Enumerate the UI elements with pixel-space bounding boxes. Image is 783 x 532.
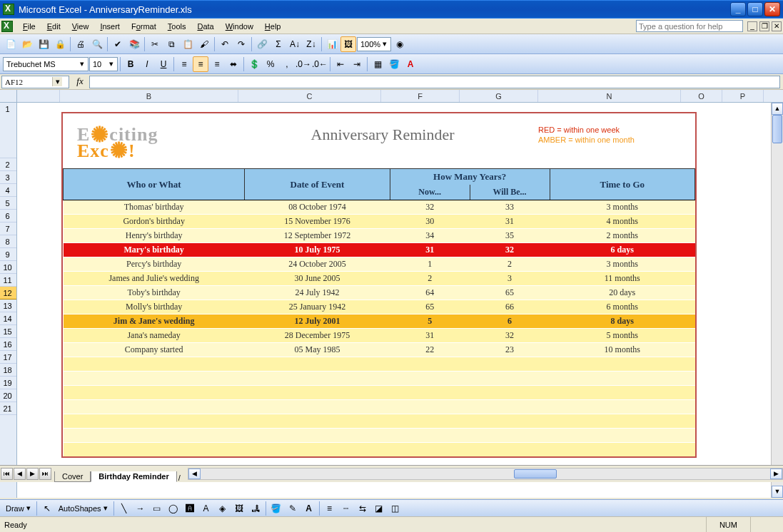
cell[interactable]: 31 (470, 215, 550, 229)
sheet-tab[interactable]: Cover (54, 471, 91, 482)
permission-icon[interactable]: 🔒 (52, 36, 68, 52)
horizontal-scrollbar[interactable]: ◀ ▶ (188, 468, 783, 480)
sort-asc-icon[interactable]: A↓ (287, 36, 303, 52)
col-header[interactable]: P (722, 90, 764, 102)
row-header[interactable]: 17 (0, 351, 16, 364)
oval-icon[interactable]: ◯ (166, 501, 181, 516)
bold-icon[interactable]: B (123, 56, 138, 72)
redo-icon[interactable]: ↷ (233, 36, 249, 52)
menu-view[interactable]: View (66, 21, 95, 32)
tab-first-icon[interactable]: ⏮ (1, 468, 13, 480)
cell[interactable]: 65 (470, 286, 550, 300)
table-row[interactable]: Company started05 May 1985222310 months (64, 343, 695, 357)
align-center-icon[interactable]: ≡ (193, 56, 208, 72)
row-header[interactable]: 12 (0, 287, 16, 300)
cell[interactable]: 15 November 1976 (245, 215, 390, 229)
font-color2-icon[interactable]: A (301, 501, 317, 516)
row-header[interactable]: 18 (0, 364, 16, 377)
scroll-thumb[interactable] (772, 115, 782, 143)
align-left-icon[interactable]: ≡ (176, 56, 192, 72)
cell[interactable]: Henry's birthday (64, 229, 245, 243)
cell[interactable]: 32 (390, 200, 470, 215)
cell[interactable]: 30 June 2005 (245, 272, 390, 286)
th-howmany[interactable]: How Many Years? (390, 169, 550, 185)
row-header[interactable]: 7 (0, 222, 16, 235)
merge-center-icon[interactable]: ⬌ (226, 56, 241, 72)
cell[interactable]: 8 days (550, 314, 694, 329)
cell[interactable] (64, 357, 695, 372)
row-header[interactable]: 15 (0, 325, 16, 338)
cell[interactable]: 33 (470, 200, 550, 215)
name-box[interactable]: ▾ (1, 76, 69, 88)
table-row[interactable]: Toby's birthday24 July 1942646520 days (64, 286, 695, 300)
cell[interactable] (64, 443, 695, 457)
row-header[interactable]: 14 (0, 312, 16, 325)
scroll-up-icon[interactable]: ▲ (772, 103, 783, 115)
picture-icon[interactable]: 🏞 (248, 501, 263, 516)
row-header[interactable]: 16 (0, 338, 16, 351)
sheet-tab[interactable]: Birthday Reminder (91, 471, 176, 482)
row-header[interactable]: 1 (0, 103, 16, 158)
menu-data[interactable]: Data (191, 21, 219, 32)
cell[interactable]: 31 (390, 243, 470, 257)
name-box-dropdown-icon[interactable]: ▾ (52, 77, 62, 86)
undo-icon[interactable]: ↶ (217, 36, 233, 52)
table-row[interactable] (64, 357, 695, 372)
font-color-icon[interactable]: A (403, 56, 418, 72)
open-icon[interactable]: 📂 (19, 36, 35, 52)
cell[interactable]: 6 (470, 314, 550, 329)
shadow-icon[interactable]: ◪ (371, 501, 387, 516)
name-box-input[interactable] (2, 78, 52, 86)
row-header[interactable]: 3 (0, 171, 16, 184)
cell[interactable]: Jana's nameday (64, 329, 245, 343)
fill-color-icon[interactable]: 🪣 (386, 56, 402, 72)
cell[interactable]: Gordon's birthday (64, 215, 245, 229)
cell[interactable]: 2 (390, 272, 470, 286)
col-header[interactable] (17, 90, 60, 102)
zoom-combo[interactable]: 100%▾ (357, 37, 391, 51)
decrease-indent-icon[interactable]: ⇤ (333, 56, 348, 72)
underline-icon[interactable]: U (156, 56, 171, 72)
cell[interactable]: 34 (390, 229, 470, 243)
chart-icon[interactable]: 📊 (324, 36, 340, 52)
col-header[interactable]: C (238, 90, 381, 102)
menu-insert[interactable]: Insert (94, 21, 126, 32)
cell[interactable]: 30 (390, 215, 470, 229)
col-header[interactable]: G (460, 90, 538, 102)
table-row[interactable]: Molly's birthday25 January 194265666 mon… (64, 300, 695, 314)
cell[interactable]: 64 (390, 286, 470, 300)
cell[interactable]: 6 days (550, 243, 694, 257)
scroll-right-icon[interactable]: ▶ (770, 469, 782, 479)
vertical-scrollbar[interactable]: ▲ ▼ (771, 103, 783, 498)
cell[interactable] (64, 400, 695, 414)
sort-desc-icon[interactable]: Z↓ (303, 36, 319, 52)
cell[interactable]: James and Julie's wedding (64, 272, 245, 286)
row-header[interactable]: 19 (0, 377, 16, 389)
tab-last-icon[interactable]: ⏭ (39, 468, 51, 480)
print-icon[interactable]: 🖨 (73, 36, 89, 52)
table-row[interactable]: Thomas' birthday08 October 197432333 mon… (64, 200, 695, 215)
print-preview-icon[interactable]: 🔍 (89, 36, 105, 52)
col-header[interactable]: O (681, 90, 722, 102)
cell[interactable]: 2 months (550, 229, 694, 243)
cell[interactable]: Company started (64, 343, 245, 357)
increase-indent-icon[interactable]: ⇥ (349, 56, 365, 72)
font-combo[interactable]: Trebuchet MS▾ (3, 57, 89, 71)
close-button[interactable]: ✕ (764, 2, 780, 16)
line-color-icon[interactable]: ✎ (285, 501, 300, 516)
cell[interactable]: 4 months (550, 215, 694, 229)
table-row[interactable] (64, 372, 695, 386)
cell[interactable]: 3 (470, 272, 550, 286)
rectangle-icon[interactable]: ▭ (149, 501, 165, 516)
textbox-icon[interactable]: 🅰 (182, 501, 198, 516)
cell[interactable]: 3 months (550, 257, 694, 272)
tab-prev-icon[interactable]: ◀ (14, 468, 26, 480)
row-header[interactable]: 9 (0, 248, 16, 261)
menu-help[interactable]: Help (259, 21, 287, 32)
row-header[interactable]: 21 (0, 402, 16, 415)
cell[interactable]: 65 (390, 300, 470, 314)
cell[interactable] (64, 372, 695, 386)
currency-icon[interactable]: 💲 (246, 56, 262, 72)
menu-window[interactable]: Window (220, 21, 259, 32)
table-row[interactable]: Mary's birthday10 July 197531326 days (64, 243, 695, 257)
